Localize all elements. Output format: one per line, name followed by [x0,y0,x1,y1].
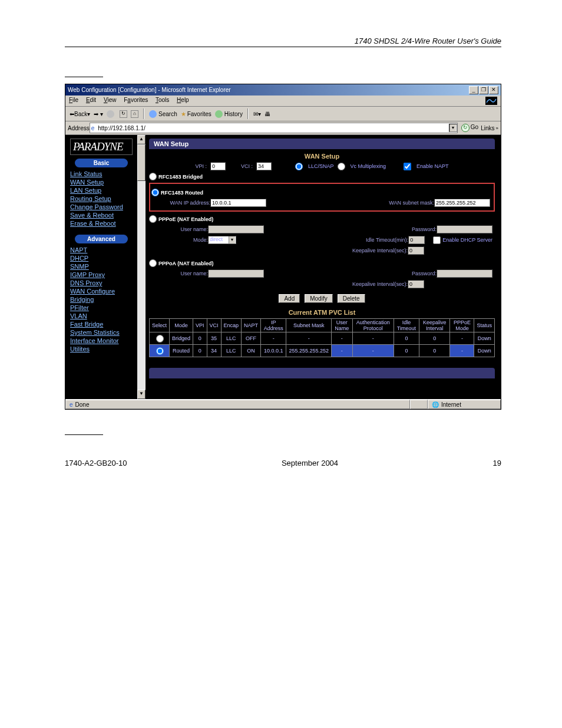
menu-tools[interactable]: Tools [156,97,169,103]
keepalive-label: Keepalive Interval(sec): [352,248,408,253]
menu-favorites[interactable]: Favorites [124,97,148,103]
nav-save-reboot[interactable]: Save & Reboot [65,211,137,219]
keepalive-input[interactable] [408,246,424,255]
toolbar: ⬅ Back ▾ ➡ ▾ ↻ ⌂ Search ★Favorites Histo… [65,107,501,121]
pppoe-user-input[interactable] [208,225,264,233]
pppoe-user-label: User name: [149,226,208,232]
address-dropdown[interactable] [449,124,457,132]
rfc-bridged-radio[interactable] [149,173,157,180]
vpi-input[interactable] [210,162,226,170]
sidebar: PARADYNE Basic Link Status WAN Setup LAN… [65,135,137,399]
pppoe-radio[interactable] [149,215,157,223]
footer-left: 1740-A2-GB20-10 [65,459,127,467]
wan-mask-label: WAN subnet mask: [389,200,434,206]
go-button[interactable]: ↻Go [461,124,478,132]
section-title: WAN Setup [149,139,495,149]
window-controls: _❐✕ [468,86,498,94]
nav-pfilter[interactable]: PFilter [65,304,137,312]
favorites-button[interactable]: ★Favorites [181,111,211,117]
nav-change-password[interactable]: Change Password [65,203,137,211]
nav-bridging[interactable]: Bridging [65,295,137,304]
search-button[interactable]: Search [149,110,177,118]
pppoa-radio[interactable] [149,259,157,267]
mode-select[interactable]: direct [208,236,236,244]
nav-erase-reboot[interactable]: Erase & Reboot [65,219,137,228]
minimize-button[interactable]: _ [469,86,478,94]
nav-fast-bridge[interactable]: Fast Bridge [65,320,137,328]
encap-llc-label: LLC/SNAP [308,163,334,169]
bottom-bar [149,368,495,378]
mail-button[interactable]: ✉▾ [253,111,261,117]
dhcp-server-label: Enable DHCP Server [442,237,492,243]
nav-dhcp[interactable]: DHCP [65,254,137,262]
napt-label: Enable NAPT [416,163,449,169]
pppoa-user-label: User name: [149,271,208,276]
sidebar-scrollbar[interactable]: ▲▼ [137,135,146,399]
back-button[interactable]: ⬅ Back ▾ [70,111,90,117]
nav-interface-monitor[interactable]: Interface Monitor [65,337,137,345]
page-footer: 1740-A2-GB20-10 September 2004 19 [65,459,501,467]
history-button[interactable]: History [215,110,243,118]
nav-wan-setup[interactable]: WAN Setup [65,178,137,186]
close-button[interactable]: ✕ [489,86,498,94]
pppoa-pass-label: Password: [412,271,437,276]
addressbar: Address e ↻Go Links » [65,121,501,135]
page-icon: e [91,125,95,131]
napt-checkbox[interactable] [404,163,411,170]
nav-napt[interactable]: NAPT [65,246,137,254]
idle-input[interactable] [408,236,425,244]
pppoa-label: PPPoA (NAT Enabled) [158,261,214,266]
address-input[interactable] [97,124,448,132]
home-button[interactable]: ⌂ [131,110,138,118]
nav-wan-configure[interactable]: WAN Configure [65,287,137,295]
pppoa-pass-input[interactable] [437,269,492,278]
zone-icon: 🌐 [432,401,439,408]
menu-file[interactable]: File [69,97,78,103]
idle-label: Idle Timeout(min): [366,237,408,243]
rfc-routed-radio[interactable] [151,189,159,196]
atm-select-0[interactable] [156,335,164,342]
nav-link-status[interactable]: Link Status [65,170,137,178]
atm-table: SelectModeVPIVCIEncapNAPTIP AddressSubne… [149,318,495,357]
nav-utilities[interactable]: Utilites [65,345,137,353]
wan-mask-input[interactable] [434,199,490,207]
delete-button[interactable]: Delete [338,294,365,303]
nav-lan-setup[interactable]: LAN Setup [65,186,137,195]
forward-button[interactable]: ➡ ▾ [94,111,103,117]
modify-button[interactable]: Modify [305,294,332,303]
nav-dns-proxy[interactable]: DNS Proxy [65,279,137,287]
wan-ip-label: WAN IP address: [151,200,210,206]
encap-vc-radio[interactable] [338,163,345,170]
dhcp-server-checkbox[interactable] [433,236,441,244]
nav-igmp-proxy[interactable]: IGMP Proxy [65,271,137,279]
nav-snmp[interactable]: SNMP [65,262,137,271]
atm-row-0: Bridged035LLCOFF----00-Down [150,332,495,345]
pppoa-user-input[interactable] [208,269,264,278]
rule-top [65,77,103,77]
refresh-button[interactable]: ↻ [120,110,127,118]
links-label[interactable]: Links [481,125,494,131]
add-button[interactable]: Add [279,294,300,303]
maximize-button[interactable]: ❐ [479,86,488,94]
main-panel: WAN Setup WAN Setup VPI : VCI : LLC/SNAP… [146,135,501,399]
window-titlebar: Web Configuration [Configuration] - Micr… [65,84,501,95]
stop-button[interactable] [107,110,116,118]
pppoe-pass-input[interactable] [437,225,492,233]
nav-vlan[interactable]: VLAN [65,312,137,320]
menu-help[interactable]: Help [177,97,189,103]
menu-view[interactable]: View [104,97,117,103]
rfc-routed-label: RFC1483 Routed [161,190,203,196]
vci-input[interactable] [256,162,272,170]
nav-routing-setup[interactable]: Routing Setup [65,195,137,203]
print-button[interactable]: 🖶 [265,111,270,117]
menu-edit[interactable]: Edit [86,97,96,103]
rfc-bridged-label: RFC1483 Bridged [158,174,203,180]
pppoa-keepalive-input[interactable] [408,280,424,288]
wan-ip-input[interactable] [210,199,266,207]
address-label: Address [68,125,90,131]
form-title: WAN Setup [149,149,495,161]
atm-select-1[interactable] [156,347,164,355]
rfc-routed-box: RFC1483 Routed WAN IP address: WAN subne… [149,183,495,212]
encap-llc-radio[interactable] [295,163,303,170]
nav-system-statistics[interactable]: System Statistics [65,328,137,337]
